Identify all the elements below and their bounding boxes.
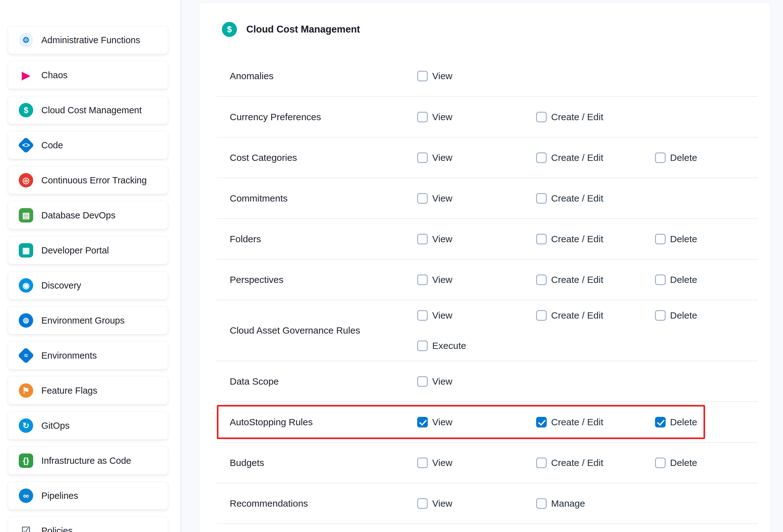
sidebar-item-label: Continuous Error Tracking — [41, 175, 147, 186]
checkbox[interactable] — [655, 275, 666, 285]
permission-delete[interactable]: Delete — [655, 275, 758, 285]
sidebar-item-label: Environments — [41, 350, 97, 361]
checkbox[interactable] — [536, 310, 547, 321]
permission-label: Create / Edit — [551, 275, 603, 285]
permission-label: Delete — [670, 310, 697, 321]
permission-row-folders: Folders View Create / Edit Delete — [217, 218, 758, 259]
permission-row-budgets: Budgets View Create / Edit Delete — [217, 442, 758, 483]
permission-label: View — [432, 376, 452, 387]
checkbox[interactable] — [655, 458, 666, 468]
sidebar-item-label: Feature Flags — [41, 385, 97, 396]
permission-view[interactable]: View — [417, 112, 536, 122]
sidebar-item-policies[interactable]: ☑ Policies — [8, 517, 168, 532]
permission-view[interactable]: View — [417, 458, 536, 468]
permission-create-edit[interactable]: Create / Edit — [536, 234, 655, 244]
permission-create-edit[interactable]: Create / Edit — [536, 458, 655, 468]
permission-view[interactable]: View — [417, 310, 536, 321]
permission-execute[interactable]: Execute — [417, 341, 536, 351]
checkbox[interactable] — [655, 234, 666, 244]
sidebar-item-chaos[interactable]: ▶ Chaos — [8, 61, 168, 89]
checkbox[interactable] — [655, 310, 666, 321]
checkbox[interactable] — [536, 152, 547, 163]
sidebar-item-environment-groups[interactable]: ⊚ Environment Groups — [8, 307, 168, 334]
permission-create-edit[interactable]: Create / Edit — [536, 417, 655, 428]
sidebar-item-label: Administrative Functions — [41, 35, 140, 45]
permission-delete[interactable]: Delete — [655, 458, 758, 468]
permission-create-edit[interactable]: Create / Edit — [536, 152, 655, 163]
checkbox[interactable] — [417, 275, 428, 285]
sidebar-item-developer-portal[interactable]: ▦ Developer Portal — [8, 237, 168, 264]
permission-group-label: Perspectives — [217, 275, 417, 285]
permission-label: View — [432, 498, 452, 509]
checkbox[interactable] — [417, 458, 428, 468]
checkbox[interactable] — [536, 234, 547, 244]
policies-icon: ☑ — [19, 524, 33, 532]
permission-delete[interactable]: Delete — [655, 417, 758, 428]
database-icon: ▤ — [19, 208, 33, 222]
permission-group-label: Recommendations — [217, 498, 417, 509]
permission-group-label: Folders — [217, 234, 417, 244]
permission-view[interactable]: View — [417, 417, 536, 428]
checkbox[interactable] — [417, 498, 428, 509]
permission-rows: Anomalies View Currency Preferences View… — [217, 56, 758, 524]
permission-view[interactable]: View — [417, 376, 536, 387]
permission-row-currency-preferences: Currency Preferences View Create / Edit — [217, 96, 758, 137]
permission-view[interactable]: View — [417, 234, 536, 244]
sidebar-item-discovery[interactable]: ◉ Discovery — [8, 272, 168, 299]
checkbox[interactable] — [417, 234, 428, 244]
sidebar-item-feature-flags[interactable]: ⚑ Feature Flags — [8, 377, 168, 404]
sidebar-item-continuous-error-tracking[interactable]: ◎ Continuous Error Tracking — [8, 166, 168, 194]
sidebar-item-pipelines[interactable]: ∞ Pipelines — [8, 482, 168, 509]
checkbox[interactable] — [536, 275, 547, 285]
checkbox[interactable] — [417, 152, 428, 163]
permission-label: Delete — [670, 234, 697, 244]
permission-delete[interactable]: Delete — [655, 310, 758, 321]
sidebar-item-administrative-functions[interactable]: ⚙ Administrative Functions — [8, 26, 168, 54]
sidebar-item-code[interactable]: <> Code — [8, 131, 168, 159]
permission-row-cloud-asset-governance-rules: Cloud Asset Governance Rules View Create… — [217, 300, 758, 361]
sidebar-item-cloud-cost-management[interactable]: $ Cloud Cost Management — [8, 96, 168, 124]
sidebar-item-infrastructure-as-code[interactable]: {} Infrastructure as Code — [8, 447, 168, 474]
permission-view[interactable]: View — [417, 498, 536, 509]
sidebar-item-label: Database DevOps — [41, 210, 116, 221]
permission-delete[interactable]: Delete — [655, 152, 758, 163]
permission-manage[interactable]: Manage — [536, 498, 655, 509]
permission-delete[interactable]: Delete — [655, 234, 758, 244]
permission-view[interactable]: View — [417, 275, 536, 285]
permission-view[interactable]: View — [417, 71, 536, 81]
permission-group-label: Commitments — [217, 193, 417, 204]
checkbox[interactable] — [417, 112, 428, 122]
permission-label: Create / Edit — [551, 193, 603, 204]
checkbox[interactable] — [417, 193, 428, 204]
checkbox[interactable] — [536, 112, 547, 122]
checkbox[interactable] — [536, 193, 547, 204]
sidebar-item-label: Code — [41, 140, 63, 151]
checkbox[interactable] — [536, 498, 547, 509]
sidebar-item-environments[interactable]: ≈ Environments — [8, 342, 168, 369]
permission-group-label: Currency Preferences — [217, 112, 417, 122]
permission-create-edit[interactable]: Create / Edit — [536, 193, 655, 204]
checkbox[interactable] — [655, 152, 666, 163]
checkbox[interactable] — [655, 417, 666, 428]
permission-view[interactable]: View — [417, 193, 536, 204]
permission-label: Create / Edit — [551, 417, 603, 428]
permission-label: Create / Edit — [551, 112, 603, 122]
panel-header: $ Cloud Cost Management — [217, 3, 758, 56]
checkbox[interactable] — [417, 417, 428, 428]
checkbox[interactable] — [417, 71, 428, 81]
checkbox[interactable] — [417, 341, 428, 351]
checkbox[interactable] — [536, 458, 547, 468]
checkbox[interactable] — [536, 417, 547, 428]
permission-label: Delete — [670, 152, 697, 163]
permission-create-edit[interactable]: Create / Edit — [536, 275, 655, 285]
sidebar-item-database-devops[interactable]: ▤ Database DevOps — [8, 201, 168, 229]
permission-label: Delete — [670, 417, 697, 428]
permission-create-edit[interactable]: Create / Edit — [536, 310, 655, 321]
cloud-dollar-icon: $ — [222, 22, 237, 37]
permission-create-edit[interactable]: Create / Edit — [536, 112, 655, 122]
checkbox[interactable] — [417, 376, 428, 387]
permission-view[interactable]: View — [417, 152, 536, 163]
checkbox[interactable] — [417, 310, 428, 321]
permission-group-label: Data Scope — [217, 376, 417, 387]
sidebar-item-gitops[interactable]: ↻ GitOps — [8, 412, 168, 439]
